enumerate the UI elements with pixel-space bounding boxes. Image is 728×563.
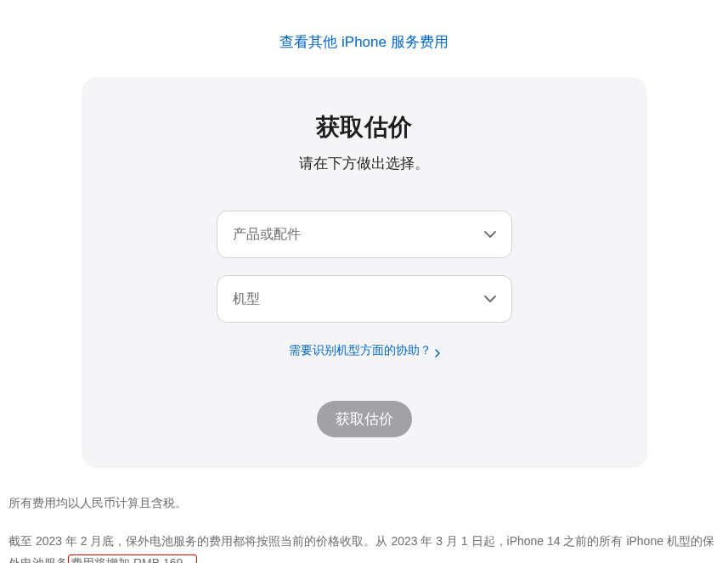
card-title: 获取估价	[116, 111, 613, 144]
estimate-card: 获取估价 请在下方做出选择。 产品或配件 机型 需要识别机型方面的协助？ 获取估…	[82, 77, 647, 468]
other-fees-link[interactable]: 查看其他 iPhone 服务费用	[279, 34, 448, 50]
footer-line2: 截至 2023 年 2 月底，保外电池服务的费用都将按照当前的价格收取。从 20…	[8, 530, 720, 563]
price-increase-highlight: 费用将增加 RMB 169。	[68, 555, 197, 563]
product-select-placeholder: 产品或配件	[233, 226, 301, 244]
model-select[interactable]: 机型	[217, 275, 512, 323]
button-row: 获取估价	[116, 401, 613, 437]
identify-model-help-link[interactable]: 需要识别机型方面的协助？	[289, 343, 440, 358]
chevron-down-icon	[484, 231, 496, 238]
get-estimate-button[interactable]: 获取估价	[317, 401, 412, 437]
chevron-right-icon	[435, 346, 440, 355]
model-select-placeholder: 机型	[233, 290, 260, 308]
card-subtitle: 请在下方做出选择。	[116, 154, 613, 173]
product-select[interactable]: 产品或配件	[217, 211, 512, 258]
help-link-label: 需要识别机型方面的协助？	[289, 343, 432, 358]
top-link-container: 查看其他 iPhone 服务费用	[0, 0, 728, 77]
chevron-down-icon	[484, 296, 496, 302]
footer-text-block: 所有费用均以人民币计算且含税。 截至 2023 年 2 月底，保外电池服务的费用…	[0, 492, 728, 563]
footer-line1: 所有费用均以人民币计算且含税。	[8, 492, 720, 515]
